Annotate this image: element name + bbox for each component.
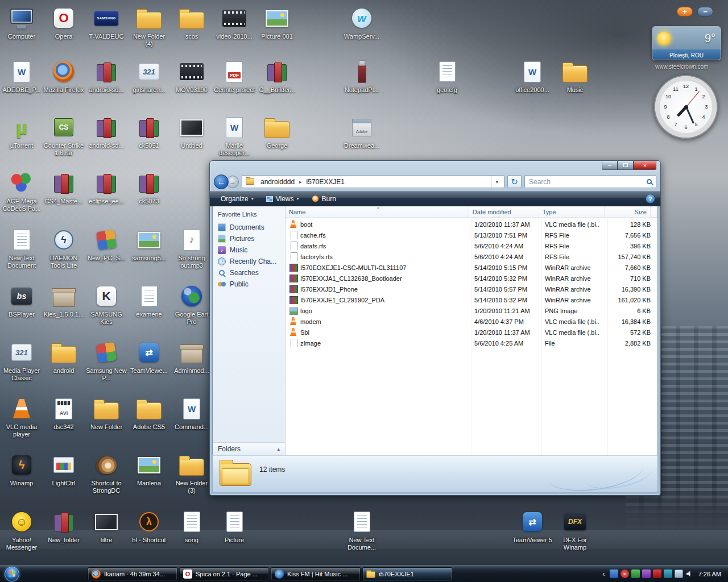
sidebar-item[interactable]: Searches: [213, 267, 285, 278]
desktop-icon[interactable]: Kies_1.5.0.1...: [43, 282, 84, 318]
organize-button[interactable]: Organize ▾: [215, 193, 259, 205]
desktop-icon[interactable]: LightCtrl: [43, 451, 84, 487]
desktop-icon[interactable]: ck5051: [129, 114, 169, 149]
desktop-icon[interactable]: DAEMON Tools Lite: [43, 226, 84, 269]
desktop-icon[interactable]: Cerinte proiect: [214, 58, 255, 94]
desktop-icon[interactable]: New_folder: [43, 508, 84, 544]
desktop-icon[interactable]: Untitled: [171, 114, 212, 149]
search-input[interactable]: [529, 178, 647, 186]
column-header-type[interactable]: Type: [539, 206, 605, 217]
desktop-icon[interactable]: filtre: [86, 508, 127, 544]
desktop-icon[interactable]: Shortcut to StrongDC: [86, 451, 127, 494]
desktop-icon[interactable]: Opera: [43, 5, 84, 40]
desktop-icon[interactable]: Command...: [171, 395, 212, 431]
desktop-icon[interactable]: dsc342: [43, 395, 84, 431]
close-button[interactable]: ×: [634, 161, 656, 170]
taskbar-button[interactable]: i570EXXJE1: [362, 567, 452, 581]
desktop-icon[interactable]: video-2010...: [214, 5, 255, 40]
desktop-icon[interactable]: Picture: [214, 508, 255, 544]
file-row[interactable]: I570EXXJD1_Phone 5/14/2010 5:57 PM WinRA…: [286, 284, 657, 294]
sidebar-item[interactable]: Music: [213, 244, 285, 256]
refresh-button[interactable]: ↻: [507, 175, 522, 188]
column-header-date[interactable]: Date modified: [469, 206, 539, 217]
sidebar-item[interactable]: Recently Cha...: [213, 256, 285, 267]
desktop-icon[interactable]: Counter Strike 1.6.rar: [43, 114, 84, 157]
desktop-icon[interactable]: ck5073: [129, 169, 169, 205]
tray-icon[interactable]: [685, 569, 694, 578]
desktop-icon[interactable]: hl - Shortcut: [129, 508, 169, 544]
tray-icon[interactable]: [675, 569, 683, 578]
desktop-icon[interactable]: New Text Document: [1, 226, 42, 269]
desktop-icon[interactable]: C__Builder...: [257, 58, 297, 94]
tray-icon[interactable]: [610, 569, 618, 578]
taskbar-button[interactable]: Spica on 2.1 - Page ...: [179, 567, 269, 581]
desktop-icon[interactable]: Adobe CS5: [129, 395, 169, 431]
file-row[interactable]: modem 4/6/2010 4:37 PM VLC media file (.…: [286, 316, 657, 327]
desktop-icon[interactable]: New Text Docume...: [341, 508, 382, 551]
column-header-size[interactable]: Size: [605, 206, 651, 217]
desktop-icon[interactable]: New Folder: [86, 395, 127, 431]
file-row[interactable]: factoryfs.rfs 5/6/2010 4:24 AM RFS File …: [286, 251, 657, 262]
desktop-icon[interactable]: TeamViewe...: [129, 339, 169, 375]
desktop-icon[interactable]: VLC media player: [1, 395, 42, 438]
weather-gadget[interactable]: 9° Ploieşti, ROU: [652, 26, 721, 60]
sidebar-item[interactable]: Pictures: [213, 233, 285, 244]
address-dropdown-icon[interactable]: ▾: [491, 176, 502, 188]
clock-gadget[interactable]: 121234567891011: [654, 75, 718, 139]
tray-icon[interactable]: [664, 569, 672, 578]
start-button[interactable]: [5, 567, 19, 581]
desktop-icon[interactable]: Adminmod...: [171, 339, 212, 375]
desktop-icon[interactable]: geo.cfg: [427, 58, 468, 94]
file-list[interactable]: boot 1/20/2010 11:37 AM VLC media file (…: [286, 218, 657, 455]
desktop-icon[interactable]: WampServ...: [341, 5, 382, 40]
file-row[interactable]: datafs.rfs 5/6/2010 4:24 AM RFS File 396…: [286, 240, 657, 251]
tray-icon[interactable]: [642, 569, 651, 578]
desktop-icon[interactable]: Yahoo! Messenger: [1, 508, 42, 551]
column-header-name[interactable]: ▴ Name: [286, 206, 469, 217]
sidebar-item[interactable]: Public: [213, 278, 285, 290]
sidebar-item[interactable]: Documents: [213, 222, 285, 233]
desktop-icon[interactable]: Marile descoper...: [214, 114, 255, 157]
desktop-icon[interactable]: So strung out.mp3: [171, 226, 212, 269]
tray-icon[interactable]: ×: [621, 569, 629, 578]
tray-icon[interactable]: [653, 569, 661, 578]
folders-band[interactable]: Folders ▴: [213, 442, 285, 455]
help-button[interactable]: ?: [646, 194, 655, 203]
desktop-icon[interactable]: android-sd...: [86, 58, 127, 94]
tray-icon[interactable]: [631, 569, 640, 578]
maximize-button[interactable]: [618, 161, 634, 170]
file-row[interactable]: I570EXXJE1_CL291902_PDA 5/14/2010 5:32 P…: [286, 294, 657, 305]
file-row[interactable]: I570EXXJA1_CL132638_Bootloader 5/14/2010…: [286, 273, 657, 284]
desktop-icon[interactable]: Media Player Classic: [1, 339, 42, 382]
desktop-icon[interactable]: NotepadPl...: [341, 58, 382, 94]
file-row[interactable]: boot 1/20/2010 11:37 AM VLC media file (…: [286, 219, 657, 230]
desktop-icon[interactable]: New_PC_S...: [86, 226, 127, 262]
desktop-icon[interactable]: office2000...: [512, 58, 553, 94]
desktop-icon[interactable]: New Folder (4): [129, 5, 169, 48]
desktop-icon[interactable]: µTorrent: [1, 114, 42, 149]
window-titlebar[interactable]: – ×: [210, 161, 660, 172]
desktop-icon[interactable]: George: [257, 114, 297, 149]
desktop-icon[interactable]: ACE Mega CoDecS Pa...: [1, 169, 42, 213]
desktop-icon[interactable]: Google Eart Pro: [171, 282, 212, 326]
desktop-icon[interactable]: eclipse-jee...: [86, 169, 127, 205]
breadcrumb-item-current[interactable]: i570EXXJE1: [303, 177, 349, 187]
taskbar-button[interactable]: Kiss FM | Hit Music ...: [271, 567, 361, 581]
desktop-icon[interactable]: samsung5...: [129, 226, 169, 262]
desktop-icon[interactable]: ADEOBE_P...: [1, 58, 42, 94]
desktop-icon[interactable]: android: [43, 339, 84, 375]
file-row[interactable]: zImage 5/6/2010 4:25 AM File 2,882 KB: [286, 338, 657, 348]
desktop-icon[interactable]: Marilena: [129, 451, 169, 487]
taskbar-clock[interactable]: 7:26 AM: [698, 571, 721, 577]
tray-expand-icon[interactable]: ‹: [601, 569, 606, 578]
views-button[interactable]: Views ▾: [260, 193, 305, 205]
file-row[interactable]: cache.rfs 5/13/2010 7:51 PM RFS File 7,6…: [286, 230, 657, 240]
desktop-icon[interactable]: Winamp: [1, 451, 42, 487]
chevron-right-icon[interactable]: ▸: [299, 179, 303, 185]
burn-button[interactable]: Burn: [306, 193, 342, 205]
desktop-icon[interactable]: android-sd...: [86, 114, 127, 149]
gadget-remove-button[interactable]: −: [697, 7, 713, 16]
gadget-add-button[interactable]: +: [677, 7, 693, 16]
desktop-icon[interactable]: T-VALDEUC: [86, 5, 127, 40]
file-row[interactable]: Sbl 1/20/2010 11:37 AM VLC media file (.…: [286, 327, 657, 338]
